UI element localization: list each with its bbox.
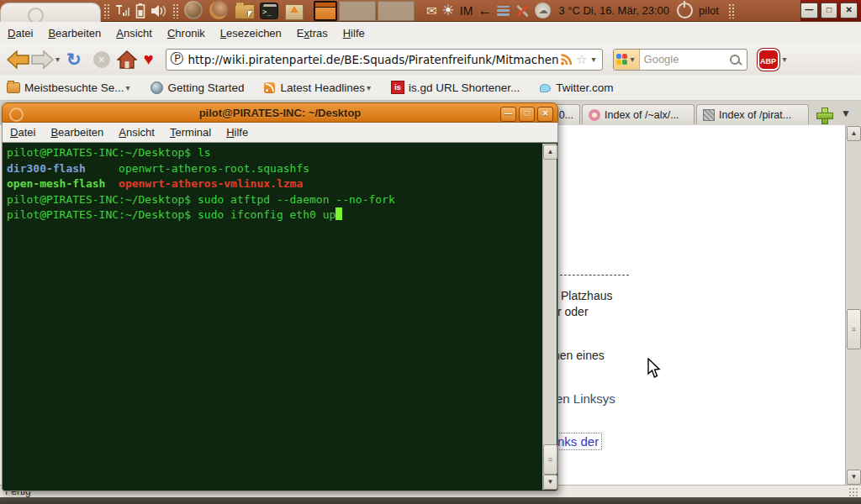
bookmark-item[interactable]: Twitter.com bbox=[538, 81, 613, 94]
search-engine-button[interactable]: ▾ bbox=[614, 50, 640, 70]
volume-icon[interactable] bbox=[151, 1, 167, 21]
mail-icon[interactable]: ✉ bbox=[426, 1, 437, 21]
heart-bookmark-icon[interactable]: ♥ bbox=[144, 47, 154, 72]
menu-lines-icon[interactable] bbox=[497, 1, 510, 21]
forward-button[interactable] bbox=[30, 47, 54, 72]
scroll-up-icon[interactable]: ▲ bbox=[847, 126, 861, 141]
adblock-plus-icon[interactable]: ABP bbox=[758, 49, 779, 71]
page-link-fragment[interactable]: nks der bbox=[554, 433, 602, 450]
menu-ansicht[interactable]: Ansicht bbox=[108, 24, 160, 42]
menu-lesezeichen[interactable]: Lesezeichen bbox=[213, 24, 289, 42]
window-titlebar-corner bbox=[0, 3, 101, 22]
browser-launcher-icon[interactable] bbox=[209, 1, 230, 21]
url-text[interactable]: http://wiki.piratenpartei.de/BE:Squads/P… bbox=[188, 53, 561, 66]
reload-button[interactable]: ↻ bbox=[66, 47, 82, 72]
bookmark-star-icon[interactable]: ☆ bbox=[576, 52, 587, 67]
dotted-link-fragment[interactable] bbox=[560, 268, 629, 276]
close-button[interactable]: ✕ bbox=[840, 3, 858, 18]
scroll-up-icon[interactable]: ▲ bbox=[543, 144, 557, 160]
page-scrollbar[interactable]: ▲ ≡ ▼ bbox=[845, 125, 861, 485]
bookmark-item[interactable]: Latest Headlines▾ bbox=[262, 81, 372, 94]
clock-weather-label[interactable]: 3 °C Di, 16. Mär, 23:00 bbox=[558, 4, 669, 17]
terminal-menu-hilfe[interactable]: Hilfe bbox=[219, 123, 256, 141]
tab-favicon-icon bbox=[703, 109, 715, 121]
back-button[interactable] bbox=[7, 47, 30, 72]
maximize-button[interactable]: □ bbox=[519, 107, 535, 122]
terminal-titlebar[interactable]: pilot@PIRATES-INC: ~/Desktop —□✕ bbox=[2, 102, 558, 123]
rss-feed-icon[interactable] bbox=[560, 54, 573, 66]
page-text-fragment: Platzhaus bbox=[561, 289, 612, 302]
menu-chronik[interactable]: Chronik bbox=[160, 24, 213, 42]
im-status-label[interactable]: IM bbox=[460, 1, 473, 21]
bookmark-item[interactable]: Getting Started bbox=[151, 81, 245, 94]
panel-drag-handle[interactable] bbox=[728, 3, 735, 18]
bookmark-label: Getting Started bbox=[168, 81, 245, 94]
terminal-menu-bearbeiten[interactable]: Bearbeiten bbox=[43, 123, 111, 141]
network-signal-icon[interactable] bbox=[115, 1, 130, 21]
bookmark-item[interactable]: Meistbesuchte Se...▾ bbox=[7, 81, 132, 94]
page-text-fragment: hen eines bbox=[553, 349, 605, 362]
scroll-down-icon[interactable]: ▼ bbox=[847, 470, 861, 485]
file-manager-launcher-icon[interactable] bbox=[235, 1, 255, 21]
bookmark-item[interactable]: isis.gd URL Shortener... bbox=[391, 81, 520, 94]
maximize-button[interactable]: □ bbox=[821, 3, 838, 18]
engine-dropdown-icon: ▾ bbox=[631, 55, 635, 64]
urlbar-dropdown-icon[interactable]: ▾ bbox=[591, 55, 595, 64]
browser-tab[interactable]: Index of /~alx/... bbox=[582, 104, 695, 124]
tab-label: Index of /pirat... bbox=[719, 109, 791, 121]
package-manager-launcher-icon[interactable] bbox=[285, 1, 305, 21]
weather-icon[interactable]: ☁ bbox=[535, 1, 551, 21]
tab-list-dropdown-icon[interactable]: ▼ bbox=[841, 108, 851, 119]
scrollbar-thumb[interactable]: ≡ bbox=[543, 444, 557, 475]
terminal-menu-ansicht[interactable]: Ansicht bbox=[111, 123, 162, 141]
terminal-menu-terminal[interactable]: Terminal bbox=[162, 123, 219, 141]
panel-drag-handle[interactable] bbox=[172, 3, 179, 18]
search-input[interactable]: Google bbox=[640, 53, 730, 66]
terminal-menubar: DateiBearbeitenAnsichtTerminalHilfe bbox=[2, 123, 558, 143]
search-magnifier-icon[interactable] bbox=[730, 55, 740, 65]
help-launcher-icon[interactable] bbox=[184, 1, 204, 21]
power-icon[interactable] bbox=[677, 1, 693, 21]
isgd-icon: is bbox=[391, 81, 404, 94]
bookmark-label: Meistbesuchte Se... bbox=[24, 81, 124, 94]
user-menu-label[interactable]: pilot bbox=[699, 4, 719, 17]
bottom-panel bbox=[0, 497, 861, 504]
browser-tab[interactable]: Index of /pirat... bbox=[696, 104, 809, 124]
battery-icon[interactable] bbox=[135, 1, 145, 21]
url-bar[interactable]: Ⓟ http://wiki.piratenpartei.de/BE:Squads… bbox=[166, 49, 603, 71]
stop-button[interactable]: ✕ bbox=[87, 47, 117, 72]
terminal-window: pilot@PIRATES-INC: ~/Desktop —□✕ DateiBe… bbox=[2, 102, 558, 491]
window-switcher-active[interactable] bbox=[314, 1, 337, 21]
site-favicon-icon: Ⓟ bbox=[171, 50, 184, 68]
home-button[interactable] bbox=[117, 47, 137, 72]
scrollbar-thumb[interactable]: ≡ bbox=[847, 309, 861, 349]
minimize-button[interactable]: — bbox=[800, 3, 818, 18]
close-button[interactable]: ✕ bbox=[537, 107, 553, 122]
brightness-icon[interactable]: ☀ bbox=[442, 1, 455, 21]
terminal-menu-datei[interactable]: Datei bbox=[3, 123, 43, 141]
firefox-bookmarks-toolbar: Meistbesuchte Se...▾Getting StartedLates… bbox=[0, 75, 861, 101]
menu-bearbeiten[interactable]: Bearbeiten bbox=[40, 24, 108, 42]
minimize-button[interactable]: — bbox=[500, 107, 516, 122]
window-switcher-item[interactable] bbox=[339, 1, 376, 21]
tab-favicon-icon bbox=[589, 109, 600, 121]
menu-datei[interactable]: Datei bbox=[0, 24, 40, 42]
tools-icon[interactable] bbox=[515, 1, 530, 21]
terminal-window-menu-icon[interactable] bbox=[9, 108, 24, 122]
window-switcher-item[interactable] bbox=[378, 1, 415, 21]
back-history-dropdown-icon[interactable]: ▾ bbox=[55, 55, 60, 64]
rss-icon bbox=[262, 81, 276, 94]
search-box[interactable]: ▾ Google bbox=[613, 49, 747, 71]
page-heading-fragment: en Linksys bbox=[556, 391, 615, 406]
menu-hilfe[interactable]: Hilfe bbox=[335, 24, 372, 42]
resize-grip[interactable] bbox=[848, 487, 859, 496]
scroll-down-icon[interactable]: ▼ bbox=[543, 475, 557, 490]
terminal-screen[interactable]: pilot@PIRATES-INC:~/Desktop$ lsdir300-fl… bbox=[2, 143, 558, 491]
terminal-launcher-icon[interactable]: >_ bbox=[260, 1, 280, 21]
terminal-scrollbar[interactable]: ▲ ≡ ▼ bbox=[542, 144, 557, 490]
new-tab-button[interactable] bbox=[816, 107, 832, 123]
back-arrow-icon[interactable]: ← bbox=[478, 1, 492, 21]
panel-drag-handle[interactable] bbox=[103, 3, 110, 18]
menu-extras[interactable]: Extras bbox=[289, 24, 335, 42]
adblock-dropdown-icon[interactable]: ▾ bbox=[783, 55, 787, 64]
